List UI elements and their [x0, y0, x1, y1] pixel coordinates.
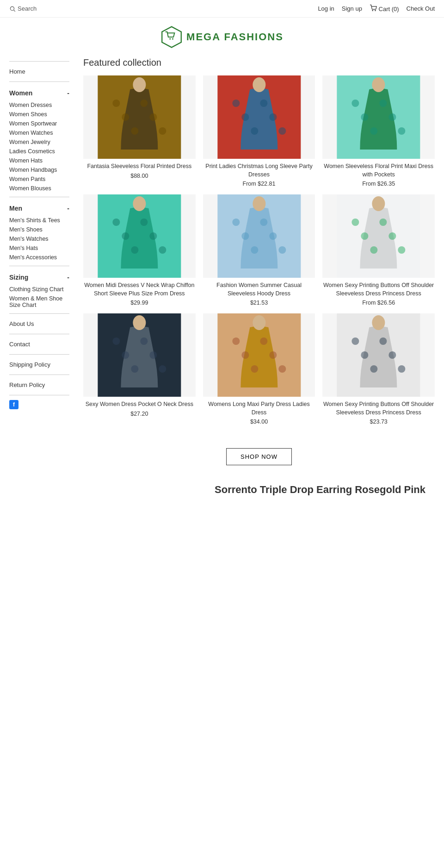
- product-image: [203, 313, 315, 397]
- svg-point-0: [10, 6, 14, 10]
- cart-icon: [370, 5, 377, 11]
- svg-point-3: [375, 10, 376, 11]
- sidebar-sub-item[interactable]: Women Watches: [9, 128, 69, 137]
- product-name: Women Sleeveless Floral Print Maxi Dress…: [322, 162, 435, 179]
- logo-area: MEGA FASHIONS: [0, 18, 444, 53]
- svg-point-53: [398, 246, 406, 254]
- product-image-wrap: [83, 194, 196, 278]
- product-name: Women Sexy Printing Buttons Off Shoulder…: [322, 281, 435, 298]
- svg-point-67: [260, 337, 267, 345]
- sidebar-sub-item[interactable]: Men's Hats: [9, 244, 69, 253]
- sidebar-sub-item[interactable]: Women Jewelry: [9, 137, 69, 147]
- search-button[interactable]: Search: [9, 5, 37, 12]
- svg-point-48: [352, 219, 359, 226]
- svg-point-41: [241, 232, 249, 240]
- svg-point-69: [278, 365, 286, 373]
- svg-point-8: [112, 100, 120, 107]
- women-toggle: -: [67, 89, 69, 97]
- sidebar-section-women[interactable]: Women -: [9, 86, 69, 100]
- svg-point-16: [232, 100, 240, 107]
- checkout-link[interactable]: Check Out: [407, 5, 435, 12]
- sidebar-divider-6: [9, 354, 69, 355]
- facebook-icon[interactable]: f: [9, 400, 18, 409]
- product-image: [203, 75, 315, 159]
- login-link[interactable]: Log in: [318, 5, 334, 12]
- svg-point-32: [112, 219, 120, 226]
- sidebar-section-men[interactable]: Men -: [9, 201, 69, 216]
- sidebar-sub-item[interactable]: Men's Shoes: [9, 225, 69, 234]
- svg-point-34: [131, 246, 138, 254]
- shop-now-wrap: SHOP NOW: [83, 434, 435, 475]
- women-submenu: Women DressesWomen ShoesWomen SportwearW…: [9, 100, 69, 193]
- cart-link[interactable]: Cart (0): [370, 5, 399, 12]
- product-image-wrap: [203, 313, 315, 397]
- svg-point-57: [122, 351, 129, 359]
- signup-link[interactable]: Sign up: [342, 5, 362, 12]
- svg-point-6: [172, 38, 173, 39]
- sidebar-sub-item[interactable]: Men's Watches: [9, 234, 69, 244]
- top-bar-right: Log in Sign up Cart (0) Check Out: [318, 5, 435, 12]
- product-price: $29.99: [83, 300, 196, 306]
- product-card[interactable]: Fantasia Sleeveless Floral Printed Dress…: [83, 75, 196, 187]
- svg-point-66: [251, 365, 258, 373]
- sidebar-item-about[interactable]: About Us: [9, 318, 69, 330]
- product-name: Print Ladies Christmas Long Sleeve Party…: [203, 162, 315, 179]
- sidebar-sub-item[interactable]: Women & Men Shoe Size Chart: [9, 294, 69, 310]
- product-card[interactable]: Sexy Women Dress Pocket O Neck Dress$27.…: [83, 313, 196, 425]
- sidebar-sub-item[interactable]: Women Pants: [9, 175, 69, 184]
- product-card[interactable]: Women Sexy Printing Buttons Off Shoulder…: [322, 194, 435, 306]
- product-card[interactable]: Women Midi Dresses V Neck Wrap Chiffon S…: [83, 194, 196, 306]
- logo[interactable]: MEGA FASHIONS: [160, 26, 284, 48]
- product-card[interactable]: Womens Long Maxi Party Dress Ladies Dres…: [203, 313, 315, 425]
- sidebar-item-home[interactable]: Home: [9, 65, 69, 78]
- sidebar-sub-item[interactable]: Ladies Cosmetics: [9, 147, 69, 156]
- product-card[interactable]: Fashion Women Summer Casual Sleeveless H…: [203, 194, 315, 306]
- svg-point-43: [260, 219, 267, 226]
- svg-point-70: [253, 315, 265, 330]
- sidebar-divider-2: [9, 197, 69, 197]
- sidebar-item-contact[interactable]: Contact: [9, 338, 69, 350]
- featured-title: Featured collection: [83, 57, 435, 68]
- product-name: Sexy Women Dress Pocket O Neck Dress: [83, 400, 196, 409]
- svg-point-25: [361, 113, 369, 121]
- logo-icon: [160, 26, 183, 48]
- sidebar-divider-8: [9, 395, 69, 395]
- sizing-label: Sizing: [9, 274, 28, 281]
- product-name: Fashion Women Summer Casual Sleeveless H…: [203, 281, 315, 298]
- product-image-wrap: [83, 313, 196, 397]
- svg-point-19: [260, 100, 267, 107]
- svg-point-28: [389, 113, 396, 121]
- sidebar-divider-3: [9, 266, 69, 266]
- sidebar-sub-item[interactable]: Men's Shirts & Tees: [9, 216, 69, 225]
- product-price: $27.20: [83, 411, 196, 417]
- product-card[interactable]: Women Sexy Printing Buttons Off Shoulder…: [322, 313, 435, 425]
- sidebar-sub-item[interactable]: Women Handbags: [9, 165, 69, 175]
- sidebar-sub-item[interactable]: Women Hats: [9, 156, 69, 165]
- sidebar-sub-item[interactable]: Men's Accessories: [9, 253, 69, 262]
- sidebar-sub-item[interactable]: Women Shoes: [9, 110, 69, 119]
- svg-point-14: [133, 77, 146, 92]
- men-label: Men: [9, 205, 22, 212]
- svg-point-46: [253, 196, 265, 211]
- product-card[interactable]: Women Sleeveless Floral Print Maxi Dress…: [322, 75, 435, 187]
- sidebar-sub-item[interactable]: Clothing Sizing Chart: [9, 285, 69, 294]
- shop-now-button[interactable]: SHOP NOW: [226, 448, 292, 465]
- svg-point-18: [251, 127, 258, 135]
- bottom-product-title: Sorrento Triple Drop Earring Rosegold Pi…: [92, 484, 426, 496]
- product-image: [322, 194, 435, 278]
- product-card[interactable]: Print Ladies Christmas Long Sleeve Party…: [203, 75, 315, 187]
- sidebar-sub-item[interactable]: Women Sportwear: [9, 119, 69, 128]
- product-image: [322, 313, 435, 397]
- sidebar-item-shipping[interactable]: Shipping Policy: [9, 358, 69, 371]
- sidebar-sub-item[interactable]: Women Blouses: [9, 184, 69, 193]
- sidebar-section-sizing[interactable]: Sizing -: [9, 270, 69, 285]
- sidebar-item-return[interactable]: Return Policy: [9, 379, 69, 391]
- men-submenu: Men's Shirts & TeesMen's ShoesMen's Watc…: [9, 216, 69, 262]
- sidebar-sub-item[interactable]: Women Dresses: [9, 100, 69, 110]
- sizing-toggle: -: [67, 274, 69, 281]
- product-image: [83, 194, 196, 278]
- svg-point-51: [380, 219, 387, 226]
- svg-point-35: [140, 219, 148, 226]
- product-name: Womens Long Maxi Party Dress Ladies Dres…: [203, 400, 315, 417]
- sidebar-divider-5: [9, 334, 69, 334]
